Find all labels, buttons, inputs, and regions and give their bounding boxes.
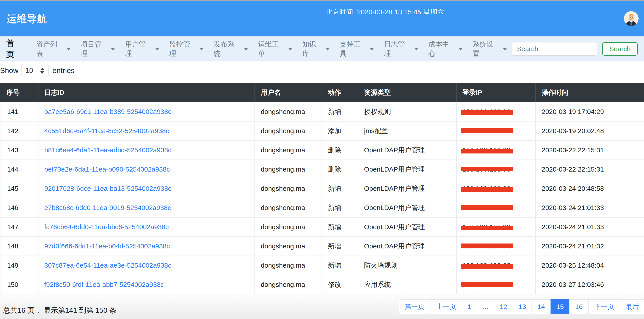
cell-action: 新增: [322, 102, 358, 121]
page-button[interactable]: 14: [532, 299, 550, 314]
redaction-overlay: [461, 149, 513, 153]
nav-menu-item[interactable]: 监控管理: [169, 39, 203, 58]
table-footer: 总共16 页， 显示第141 到第 150 条 第一页上一页1...121314…: [0, 295, 644, 319]
page-button[interactable]: 第一页: [399, 299, 430, 314]
nav-menu-item[interactable]: 项目管理: [81, 39, 115, 58]
nav-menu-label: 知识库: [302, 39, 323, 58]
log-table-body: 141 ba7ee5a6-69c1-11ea-b389-5254002a938c…: [0, 102, 644, 294]
cell-action: 新增: [322, 256, 358, 275]
table-row: 150 f92f8c50-6fdf-11ea-abb7-5254002a938c…: [0, 275, 644, 294]
cell-username: dongsheng.ma: [255, 275, 322, 294]
log-table-header: 序号日志ID用户名动作资源类型登录IP操作时间: [0, 83, 644, 102]
nav-menu-item[interactable]: 支持工具: [340, 39, 374, 58]
table-row: 147 fc76cb64-6dd0-11ea-bbc6-5254002a938c…: [0, 217, 644, 237]
redaction-overlay: [461, 167, 513, 171]
beijing-time-text: 北京时间: 2020-03-28 13:15:45 星期六: [325, 8, 444, 14]
cell-seq: 142: [0, 121, 38, 140]
nav-menu-label: 成本中心: [428, 39, 456, 58]
nav-menu-item[interactable]: 用户管理: [125, 39, 159, 58]
nav-menu-item[interactable]: 知识库: [302, 39, 330, 58]
page-button[interactable]: 12: [494, 299, 513, 314]
redaction-overlay: [461, 205, 513, 210]
cell-seq: 141: [0, 102, 38, 121]
cell-username: dongsheng.ma: [255, 102, 322, 121]
page-button[interactable]: 最后: [620, 299, 644, 314]
log-id-link[interactable]: 307c87ea-6e54-11ea-ae3e-5254002a938c: [44, 262, 171, 269]
column-header: 用户名: [255, 83, 322, 102]
table-row: 142 4c551d6e-6a4f-11ea-8c32-5254002a938c…: [0, 121, 644, 140]
page-button-current[interactable]: 15: [550, 299, 570, 314]
cell-username: dongsheng.ma: [255, 237, 322, 256]
chevron-down-icon: [156, 48, 159, 50]
nav-menus: 资产列表项目管理用户管理监控管理发布系统运维工单知识库支持工具日志管理成本中心系…: [31, 39, 512, 58]
table-row: 144 bef73e2e-6da1-11ea-b090-5254002a938c…: [0, 160, 644, 179]
cell-seq: 144: [0, 160, 38, 179]
nav-menu-item[interactable]: 日志管理: [384, 39, 418, 58]
user-avatar[interactable]: [624, 11, 639, 26]
cell-resource-type: OpenLDAP用户管理: [358, 217, 456, 237]
chevron-down-icon: [326, 48, 330, 50]
chevron-down-icon: [414, 48, 418, 50]
avatar-man-icon: [624, 11, 639, 26]
column-header: 日志ID: [38, 83, 255, 102]
chevron-down-icon: [459, 48, 462, 50]
cell-time: 2020-03-24 21:01:33: [536, 198, 644, 217]
nav-menu-label: 监控管理: [169, 39, 197, 58]
cell-resource-type: OpenLDAP用户管理: [358, 140, 456, 160]
chevron-down-icon: [244, 48, 248, 50]
cell-action: 新增: [322, 237, 358, 256]
column-header: 登录IP: [456, 83, 536, 102]
select-arrows-icon: [40, 68, 44, 74]
nav-menu-item[interactable]: 资产列表: [36, 39, 70, 58]
nav-menu-item[interactable]: 发布系统: [214, 39, 248, 58]
cell-action: 新增: [322, 217, 358, 237]
log-id-link[interactable]: bef73e2e-6da1-11ea-b090-5254002a938c: [44, 166, 170, 173]
cell-resource-type: OpenLDAP用户管理: [358, 160, 456, 179]
redaction-overlay: [461, 264, 513, 269]
redaction-overlay: [461, 110, 513, 115]
search-input[interactable]: [512, 42, 597, 56]
nav-menu-item[interactable]: 运维工单: [258, 39, 292, 58]
cell-resource-type: jms配置: [358, 121, 456, 140]
cell-username: dongsheng.ma: [255, 179, 322, 198]
login-ip-redacted: 150.109.100.98: [462, 108, 511, 115]
page-button[interactable]: ...: [477, 299, 494, 314]
cell-username: dongsheng.ma: [255, 121, 322, 140]
cell-resource-type: 授权规则: [358, 102, 456, 121]
page-size-select[interactable]: 10: [21, 64, 48, 77]
cell-seq: 149: [0, 256, 38, 275]
page-button[interactable]: 16: [569, 299, 588, 314]
nav-item-home[interactable]: 首页: [6, 38, 22, 60]
log-id-link[interactable]: e7b8c68c-6dd0-11ea-9019-5254002a938c: [44, 204, 171, 211]
log-id-link[interactable]: 4c551d6e-6a4f-11ea-8c32-5254002a938c: [44, 127, 169, 134]
cell-seq: 147: [0, 217, 38, 237]
table-row: 146 e7b8c68c-6dd0-11ea-9019-5254002a938c…: [0, 198, 644, 217]
cell-username: dongsheng.ma: [255, 198, 322, 217]
cell-action: 删除: [322, 160, 358, 179]
nav-menu-label: 支持工具: [340, 39, 367, 58]
log-id-link[interactable]: ba7ee5a6-69c1-11ea-b389-5254002a938c: [44, 108, 171, 115]
page-button[interactable]: 下一页: [588, 299, 620, 314]
nav-menu-item[interactable]: 系统设置: [473, 39, 507, 58]
login-ip-redacted: 150.109.100.98: [462, 242, 511, 250]
cell-seq: 146: [0, 198, 38, 217]
entries-label: entries: [52, 66, 75, 75]
log-id-link[interactable]: 92017628-6dce-11ea-ba13-5254002a938c: [44, 185, 171, 192]
cell-time: 2020-03-19 20:02:48: [536, 121, 644, 140]
page-button[interactable]: 1: [462, 299, 477, 314]
redaction-overlay: [461, 226, 513, 230]
login-ip-redacted: 150.109.100.98: [462, 185, 511, 192]
page-button[interactable]: 13: [513, 299, 532, 314]
redaction-overlay: [461, 128, 513, 133]
cell-seq: 150: [0, 275, 38, 294]
cell-action: 添加: [322, 121, 358, 140]
log-id-link[interactable]: fc76cb64-6dd0-11ea-bbc6-5254002a938c: [44, 223, 169, 231]
login-ip-redacted: 150.109.100.98: [462, 146, 511, 154]
page-button[interactable]: 上一页: [430, 299, 462, 314]
search-button[interactable]: Search: [602, 42, 638, 56]
log-id-link[interactable]: f92f8c50-6fdf-11ea-abb7-5254002a938c: [44, 281, 164, 288]
cell-seq: 145: [0, 179, 38, 198]
log-id-link[interactable]: b81c6ee4-6da1-11ea-adbd-5254002a938c: [44, 146, 171, 154]
nav-menu-item[interactable]: 成本中心: [428, 39, 462, 58]
log-id-link[interactable]: 97d0f666-6dd1-11ea-b04d-5254002a938c: [44, 242, 170, 250]
